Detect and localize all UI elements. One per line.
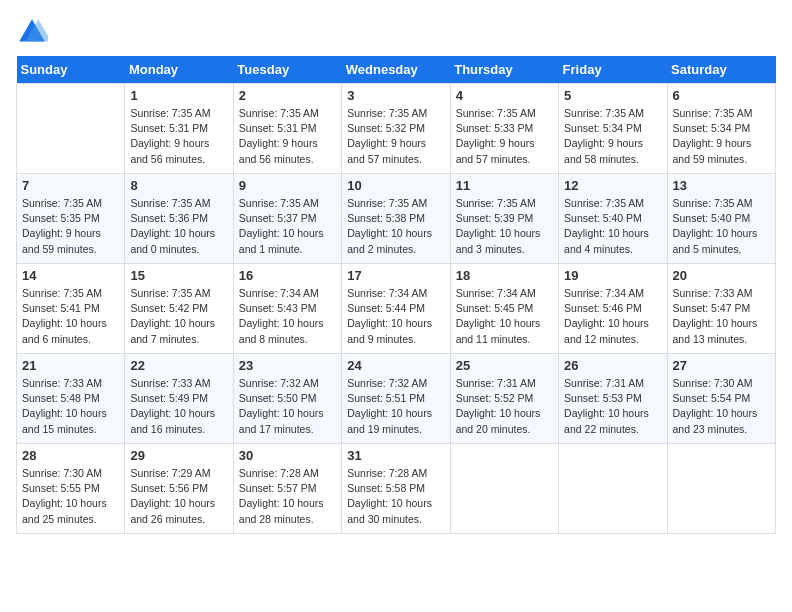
weekday-header-monday: Monday	[125, 56, 233, 84]
calendar-week-row: 1Sunrise: 7:35 AMSunset: 5:31 PMDaylight…	[17, 84, 776, 174]
calendar-cell: 22Sunrise: 7:33 AMSunset: 5:49 PMDayligh…	[125, 354, 233, 444]
calendar-cell: 29Sunrise: 7:29 AMSunset: 5:56 PMDayligh…	[125, 444, 233, 534]
calendar-cell: 28Sunrise: 7:30 AMSunset: 5:55 PMDayligh…	[17, 444, 125, 534]
day-number: 12	[564, 178, 661, 193]
calendar-cell: 31Sunrise: 7:28 AMSunset: 5:58 PMDayligh…	[342, 444, 450, 534]
calendar-cell: 8Sunrise: 7:35 AMSunset: 5:36 PMDaylight…	[125, 174, 233, 264]
logo-icon	[16, 16, 48, 48]
day-info: Sunrise: 7:29 AMSunset: 5:56 PMDaylight:…	[130, 466, 227, 527]
calendar-cell: 18Sunrise: 7:34 AMSunset: 5:45 PMDayligh…	[450, 264, 558, 354]
calendar-cell: 20Sunrise: 7:33 AMSunset: 5:47 PMDayligh…	[667, 264, 775, 354]
day-number: 30	[239, 448, 336, 463]
calendar-cell: 27Sunrise: 7:30 AMSunset: 5:54 PMDayligh…	[667, 354, 775, 444]
day-number: 18	[456, 268, 553, 283]
calendar-cell: 10Sunrise: 7:35 AMSunset: 5:38 PMDayligh…	[342, 174, 450, 264]
day-number: 15	[130, 268, 227, 283]
day-info: Sunrise: 7:35 AMSunset: 5:40 PMDaylight:…	[564, 196, 661, 257]
weekday-header-sunday: Sunday	[17, 56, 125, 84]
day-info: Sunrise: 7:28 AMSunset: 5:57 PMDaylight:…	[239, 466, 336, 527]
day-info: Sunrise: 7:35 AMSunset: 5:38 PMDaylight:…	[347, 196, 444, 257]
day-number: 25	[456, 358, 553, 373]
day-info: Sunrise: 7:35 AMSunset: 5:39 PMDaylight:…	[456, 196, 553, 257]
day-info: Sunrise: 7:31 AMSunset: 5:52 PMDaylight:…	[456, 376, 553, 437]
day-info: Sunrise: 7:32 AMSunset: 5:51 PMDaylight:…	[347, 376, 444, 437]
day-number: 20	[673, 268, 770, 283]
day-number: 11	[456, 178, 553, 193]
calendar-cell: 6Sunrise: 7:35 AMSunset: 5:34 PMDaylight…	[667, 84, 775, 174]
day-number: 10	[347, 178, 444, 193]
weekday-header-saturday: Saturday	[667, 56, 775, 84]
day-info: Sunrise: 7:34 AMSunset: 5:44 PMDaylight:…	[347, 286, 444, 347]
day-number: 7	[22, 178, 119, 193]
day-info: Sunrise: 7:35 AMSunset: 5:34 PMDaylight:…	[673, 106, 770, 167]
calendar-cell: 1Sunrise: 7:35 AMSunset: 5:31 PMDaylight…	[125, 84, 233, 174]
day-info: Sunrise: 7:28 AMSunset: 5:58 PMDaylight:…	[347, 466, 444, 527]
day-info: Sunrise: 7:34 AMSunset: 5:46 PMDaylight:…	[564, 286, 661, 347]
calendar-week-row: 28Sunrise: 7:30 AMSunset: 5:55 PMDayligh…	[17, 444, 776, 534]
calendar-cell: 14Sunrise: 7:35 AMSunset: 5:41 PMDayligh…	[17, 264, 125, 354]
calendar-week-row: 14Sunrise: 7:35 AMSunset: 5:41 PMDayligh…	[17, 264, 776, 354]
day-info: Sunrise: 7:30 AMSunset: 5:55 PMDaylight:…	[22, 466, 119, 527]
day-number: 6	[673, 88, 770, 103]
day-info: Sunrise: 7:32 AMSunset: 5:50 PMDaylight:…	[239, 376, 336, 437]
day-number: 27	[673, 358, 770, 373]
calendar-cell: 26Sunrise: 7:31 AMSunset: 5:53 PMDayligh…	[559, 354, 667, 444]
calendar-cell: 21Sunrise: 7:33 AMSunset: 5:48 PMDayligh…	[17, 354, 125, 444]
calendar-cell: 5Sunrise: 7:35 AMSunset: 5:34 PMDaylight…	[559, 84, 667, 174]
day-number: 5	[564, 88, 661, 103]
day-number: 14	[22, 268, 119, 283]
day-info: Sunrise: 7:35 AMSunset: 5:40 PMDaylight:…	[673, 196, 770, 257]
calendar-cell: 2Sunrise: 7:35 AMSunset: 5:31 PMDaylight…	[233, 84, 341, 174]
calendar-cell: 11Sunrise: 7:35 AMSunset: 5:39 PMDayligh…	[450, 174, 558, 264]
logo	[16, 16, 52, 48]
day-number: 21	[22, 358, 119, 373]
day-number: 24	[347, 358, 444, 373]
calendar-cell: 15Sunrise: 7:35 AMSunset: 5:42 PMDayligh…	[125, 264, 233, 354]
page-header	[16, 16, 776, 48]
day-number: 17	[347, 268, 444, 283]
calendar-table: SundayMondayTuesdayWednesdayThursdayFrid…	[16, 56, 776, 534]
calendar-cell	[450, 444, 558, 534]
day-info: Sunrise: 7:35 AMSunset: 5:32 PMDaylight:…	[347, 106, 444, 167]
calendar-cell	[667, 444, 775, 534]
day-info: Sunrise: 7:35 AMSunset: 5:35 PMDaylight:…	[22, 196, 119, 257]
day-info: Sunrise: 7:33 AMSunset: 5:47 PMDaylight:…	[673, 286, 770, 347]
calendar-cell	[17, 84, 125, 174]
day-number: 13	[673, 178, 770, 193]
day-number: 31	[347, 448, 444, 463]
day-info: Sunrise: 7:30 AMSunset: 5:54 PMDaylight:…	[673, 376, 770, 437]
day-number: 28	[22, 448, 119, 463]
calendar-cell: 24Sunrise: 7:32 AMSunset: 5:51 PMDayligh…	[342, 354, 450, 444]
calendar-cell: 13Sunrise: 7:35 AMSunset: 5:40 PMDayligh…	[667, 174, 775, 264]
day-info: Sunrise: 7:33 AMSunset: 5:49 PMDaylight:…	[130, 376, 227, 437]
day-number: 26	[564, 358, 661, 373]
calendar-cell: 9Sunrise: 7:35 AMSunset: 5:37 PMDaylight…	[233, 174, 341, 264]
day-info: Sunrise: 7:35 AMSunset: 5:33 PMDaylight:…	[456, 106, 553, 167]
day-info: Sunrise: 7:35 AMSunset: 5:41 PMDaylight:…	[22, 286, 119, 347]
calendar-cell	[559, 444, 667, 534]
calendar-cell: 12Sunrise: 7:35 AMSunset: 5:40 PMDayligh…	[559, 174, 667, 264]
day-info: Sunrise: 7:34 AMSunset: 5:43 PMDaylight:…	[239, 286, 336, 347]
weekday-header-row: SundayMondayTuesdayWednesdayThursdayFrid…	[17, 56, 776, 84]
day-info: Sunrise: 7:35 AMSunset: 5:36 PMDaylight:…	[130, 196, 227, 257]
calendar-week-row: 21Sunrise: 7:33 AMSunset: 5:48 PMDayligh…	[17, 354, 776, 444]
day-info: Sunrise: 7:35 AMSunset: 5:42 PMDaylight:…	[130, 286, 227, 347]
day-info: Sunrise: 7:35 AMSunset: 5:37 PMDaylight:…	[239, 196, 336, 257]
weekday-header-friday: Friday	[559, 56, 667, 84]
day-number: 2	[239, 88, 336, 103]
day-number: 3	[347, 88, 444, 103]
calendar-cell: 3Sunrise: 7:35 AMSunset: 5:32 PMDaylight…	[342, 84, 450, 174]
day-number: 29	[130, 448, 227, 463]
day-number: 1	[130, 88, 227, 103]
calendar-cell: 17Sunrise: 7:34 AMSunset: 5:44 PMDayligh…	[342, 264, 450, 354]
day-number: 4	[456, 88, 553, 103]
weekday-header-wednesday: Wednesday	[342, 56, 450, 84]
calendar-cell: 30Sunrise: 7:28 AMSunset: 5:57 PMDayligh…	[233, 444, 341, 534]
day-info: Sunrise: 7:34 AMSunset: 5:45 PMDaylight:…	[456, 286, 553, 347]
day-info: Sunrise: 7:35 AMSunset: 5:34 PMDaylight:…	[564, 106, 661, 167]
day-number: 16	[239, 268, 336, 283]
calendar-body: 1Sunrise: 7:35 AMSunset: 5:31 PMDaylight…	[17, 84, 776, 534]
calendar-cell: 19Sunrise: 7:34 AMSunset: 5:46 PMDayligh…	[559, 264, 667, 354]
day-info: Sunrise: 7:35 AMSunset: 5:31 PMDaylight:…	[239, 106, 336, 167]
weekday-header-tuesday: Tuesday	[233, 56, 341, 84]
